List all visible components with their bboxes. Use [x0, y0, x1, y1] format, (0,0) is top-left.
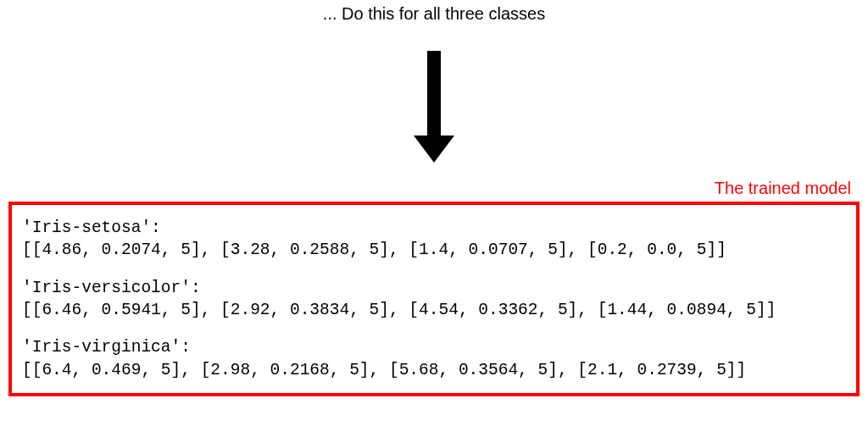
top-caption: ... Do this for all three classes	[323, 4, 545, 24]
trained-model-box: 'Iris-setosa': [[4.86, 0.2074, 5], [3.28…	[8, 202, 860, 396]
class-name: 'Iris-versicolor':	[22, 277, 846, 299]
model-entry: 'Iris-versicolor': [[6.46, 0.5941, 5], […	[22, 277, 846, 322]
class-values: [[6.46, 0.5941, 5], [2.92, 0.3834, 5], […	[22, 299, 846, 321]
arrow-head-icon	[414, 136, 454, 163]
arrow-shaft-icon	[427, 51, 441, 136]
class-name: 'Iris-virginica':	[22, 336, 846, 358]
model-entry: 'Iris-setosa': [[4.86, 0.2074, 5], [3.28…	[22, 217, 846, 262]
model-entry: 'Iris-virginica': [[6.4, 0.469, 5], [2.9…	[22, 336, 846, 381]
model-label: The trained model	[715, 179, 851, 198]
class-values: [[4.86, 0.2074, 5], [3.28, 0.2588, 5], […	[22, 239, 846, 261]
class-values: [[6.4, 0.469, 5], [2.98, 0.2168, 5], [5.…	[22, 359, 846, 381]
down-arrow	[414, 51, 454, 163]
class-name: 'Iris-setosa':	[22, 217, 846, 239]
